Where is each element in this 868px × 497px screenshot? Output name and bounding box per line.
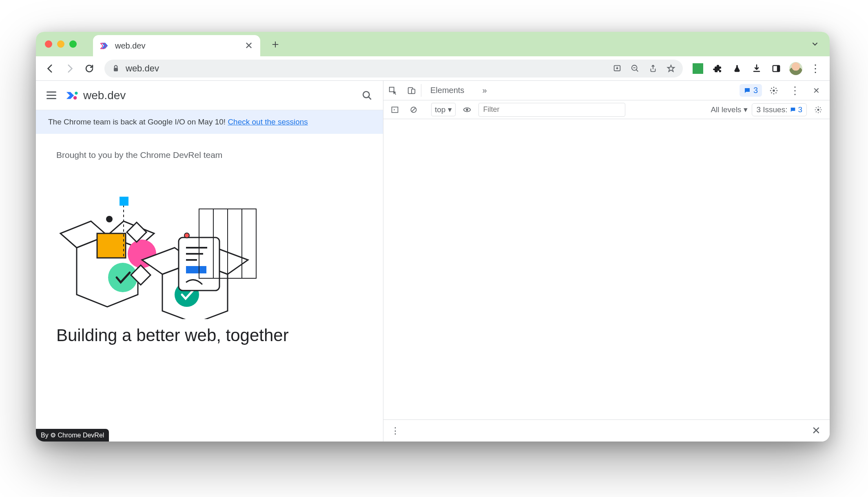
tab-title: web.dev [115,41,239,51]
sidepanel-icon[interactable] [768,60,785,77]
window-zoom-button[interactable] [69,40,77,48]
devtools-close-icon[interactable]: ✕ [807,86,826,95]
svg-rect-18 [120,197,128,206]
browser-tab[interactable]: web.dev ✕ [93,35,260,56]
svg-point-45 [817,109,819,111]
tab-strip: web.dev ✕ ＋ [36,32,830,56]
devtools-tabs: Elements » 3 ⋮ ✕ [383,81,830,100]
lock-icon[interactable] [112,64,120,73]
console-filter-input[interactable] [478,103,625,117]
hero-illustration [56,172,363,319]
share-icon[interactable] [649,64,658,73]
svg-rect-38 [412,89,415,93]
site-search-icon[interactable] [362,90,372,101]
forward-button[interactable] [61,60,78,77]
clear-console-icon[interactable] [406,102,421,117]
hero-title: Building a better web, together [56,326,363,345]
hero-subtitle: Brought to you by the Chrome DevRel team [56,150,363,160]
svg-point-39 [773,89,775,92]
live-expression-icon[interactable] [460,102,474,117]
devtools-messages-badge[interactable]: 3 [740,84,762,97]
context-selector[interactable]: top ▾ [431,103,456,116]
drawer-close-icon[interactable]: ✕ [807,424,826,437]
tab-list-button[interactable] [811,40,819,48]
log-levels-selector[interactable]: All levels ▾ [711,105,748,114]
window-minimize-button[interactable] [57,40,64,48]
hero-section: Brought to you by the Chrome DevRel team [36,134,383,345]
attribution-badge[interactable]: By ⚙ Chrome DevRel [36,429,109,442]
extensions-puzzle-icon[interactable] [709,60,726,77]
banner-text: The Chrome team is back at Google I/O on… [48,118,228,126]
svg-line-42 [412,108,415,111]
svg-rect-0 [114,68,118,71]
address-bar[interactable]: web.dev [104,60,683,78]
favicon-icon [100,41,109,50]
svg-point-16 [106,216,113,222]
reload-button[interactable] [81,60,98,77]
svg-point-7 [73,96,77,100]
console-toolbar: top ▾ All levels ▾ 3 Issues: 3 [383,100,830,119]
svg-point-8 [75,91,78,94]
svg-rect-15 [97,233,126,258]
svg-point-9 [363,91,369,98]
svg-line-10 [368,97,371,100]
site-logo[interactable]: web.dev [65,89,126,102]
svg-line-3 [636,69,638,71]
svg-rect-6 [777,65,779,71]
announcement-banner: The Chrome team is back at Google I/O on… [36,110,383,134]
page-viewport: web.dev The Chrome team is back at Googl… [36,81,383,442]
extension-square-icon[interactable] [689,60,706,77]
webdev-logo-icon [65,89,79,102]
site-header: web.dev [36,81,383,110]
device-toggle-icon[interactable] [402,81,421,100]
devtools-tab-elements[interactable]: Elements [421,81,473,100]
window-close-button[interactable] [45,40,52,48]
console-sidebar-toggle-icon[interactable] [388,102,402,117]
devtools-settings-icon[interactable] [764,86,783,95]
svg-rect-30 [186,266,206,273]
labs-flask-icon[interactable] [728,60,746,77]
browser-toolbar: web.dev ⋮ [36,56,830,81]
drawer-menu-icon[interactable]: ⋮ [388,426,403,436]
downloads-icon[interactable] [748,60,765,77]
url-text: web.dev [126,63,607,74]
messages-count: 3 [753,86,758,95]
install-icon[interactable] [613,64,622,73]
chevron-down-icon: ▾ [448,105,452,114]
console-settings-icon[interactable] [811,102,826,117]
menu-icon[interactable] [46,91,56,99]
tab-close-button[interactable]: ✕ [245,40,253,51]
site-name: web.dev [83,89,126,102]
omnibox-actions [613,64,675,73]
browser-window: web.dev ✕ ＋ web.dev [36,32,830,442]
new-tab-button[interactable]: ＋ [267,36,284,53]
bookmark-star-icon[interactable] [666,64,675,73]
profile-avatar[interactable] [787,60,804,77]
chevron-down-icon: ▾ [744,105,748,114]
svg-point-44 [466,109,469,111]
inspect-element-icon[interactable] [383,81,402,100]
zoom-out-icon[interactable] [631,64,640,73]
devtools-panel: Elements » 3 ⋮ ✕ [383,81,830,442]
issues-badge[interactable]: 3 Issues: 3 [752,103,807,116]
banner-link[interactable]: Check out the sessions [228,118,308,126]
devtools-more-tabs-icon[interactable]: » [473,81,496,100]
svg-point-26 [184,233,189,238]
content-area: web.dev The Chrome team is back at Googl… [36,81,830,442]
traffic-lights [45,40,77,48]
console-output[interactable] [383,119,830,419]
devtools-drawer: ⋮ ✕ [383,419,830,442]
back-button[interactable] [42,60,59,77]
chrome-menu-button[interactable]: ⋮ [807,60,824,77]
